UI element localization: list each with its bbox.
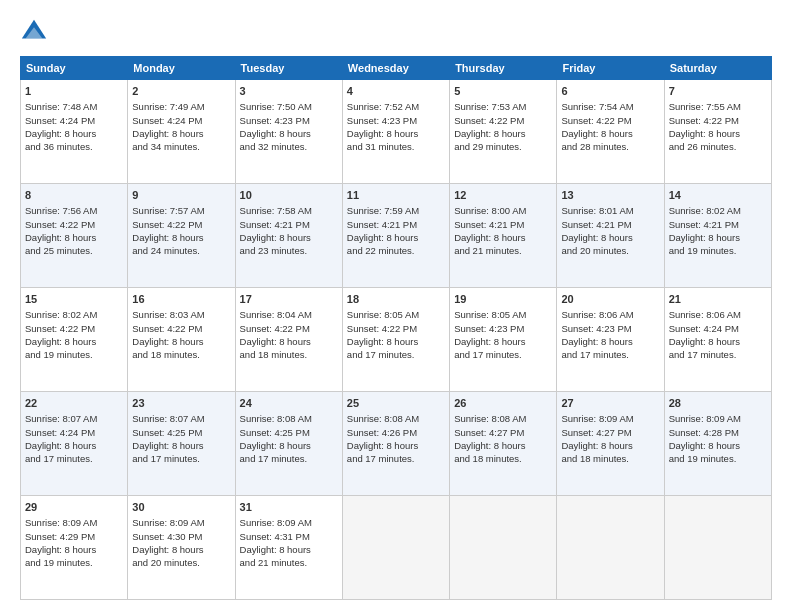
calendar-cell: 6Sunrise: 7:54 AMSunset: 4:22 PMDaylight… (557, 80, 664, 184)
day-number: 4 (347, 84, 445, 99)
day-number: 24 (240, 396, 338, 411)
calendar-week-5: 29Sunrise: 8:09 AMSunset: 4:29 PMDayligh… (21, 496, 772, 600)
day-info-line: and 28 minutes. (561, 140, 659, 153)
calendar-cell: 11Sunrise: 7:59 AMSunset: 4:21 PMDayligh… (342, 184, 449, 288)
day-info-line: Sunset: 4:23 PM (454, 322, 552, 335)
calendar-header-sunday: Sunday (21, 57, 128, 80)
day-info-line: and 32 minutes. (240, 140, 338, 153)
day-info-line: and 17 minutes. (25, 452, 123, 465)
calendar-header-tuesday: Tuesday (235, 57, 342, 80)
day-info-line: Sunrise: 7:50 AM (240, 100, 338, 113)
day-info-line: and 21 minutes. (240, 556, 338, 569)
day-info-line: Sunrise: 8:07 AM (25, 412, 123, 425)
day-info-line: Daylight: 8 hours (240, 231, 338, 244)
calendar-cell: 16Sunrise: 8:03 AMSunset: 4:22 PMDayligh… (128, 288, 235, 392)
day-number: 6 (561, 84, 659, 99)
day-info-line: Daylight: 8 hours (454, 231, 552, 244)
logo (20, 18, 52, 46)
calendar-cell (450, 496, 557, 600)
day-info-line: Sunset: 4:24 PM (25, 114, 123, 127)
calendar-cell: 20Sunrise: 8:06 AMSunset: 4:23 PMDayligh… (557, 288, 664, 392)
day-info-line: Daylight: 8 hours (25, 439, 123, 452)
day-info-line: Daylight: 8 hours (669, 127, 767, 140)
day-number: 13 (561, 188, 659, 203)
day-info-line: Sunrise: 7:56 AM (25, 204, 123, 217)
day-info-line: Daylight: 8 hours (25, 543, 123, 556)
day-info-line: Sunrise: 8:06 AM (669, 308, 767, 321)
day-number: 7 (669, 84, 767, 99)
day-info-line: Sunrise: 8:08 AM (454, 412, 552, 425)
calendar-header-row: SundayMondayTuesdayWednesdayThursdayFrid… (21, 57, 772, 80)
day-info-line: Daylight: 8 hours (561, 231, 659, 244)
day-info-line: Sunset: 4:21 PM (669, 218, 767, 231)
day-info-line: Daylight: 8 hours (669, 335, 767, 348)
calendar-cell: 31Sunrise: 8:09 AMSunset: 4:31 PMDayligh… (235, 496, 342, 600)
day-info-line: and 19 minutes. (25, 556, 123, 569)
day-info-line: Sunset: 4:24 PM (669, 322, 767, 335)
day-info-line: Daylight: 8 hours (25, 335, 123, 348)
day-info-line: Sunrise: 7:53 AM (454, 100, 552, 113)
day-info-line: and 22 minutes. (347, 244, 445, 257)
day-info-line: Sunrise: 8:07 AM (132, 412, 230, 425)
day-info-line: and 18 minutes. (454, 452, 552, 465)
day-info-line: Sunset: 4:27 PM (561, 426, 659, 439)
day-info-line: and 26 minutes. (669, 140, 767, 153)
calendar-cell: 7Sunrise: 7:55 AMSunset: 4:22 PMDaylight… (664, 80, 771, 184)
day-info-line: Sunset: 4:22 PM (240, 322, 338, 335)
day-info-line: Sunset: 4:21 PM (240, 218, 338, 231)
day-number: 20 (561, 292, 659, 307)
calendar-week-1: 1Sunrise: 7:48 AMSunset: 4:24 PMDaylight… (21, 80, 772, 184)
day-info-line: Daylight: 8 hours (669, 439, 767, 452)
day-info-line: and 23 minutes. (240, 244, 338, 257)
day-number: 12 (454, 188, 552, 203)
day-info-line: and 20 minutes. (561, 244, 659, 257)
day-info-line: Sunset: 4:23 PM (347, 114, 445, 127)
day-number: 18 (347, 292, 445, 307)
calendar-cell (342, 496, 449, 600)
day-info-line: Daylight: 8 hours (347, 127, 445, 140)
calendar-cell: 17Sunrise: 8:04 AMSunset: 4:22 PMDayligh… (235, 288, 342, 392)
day-info-line: Daylight: 8 hours (454, 335, 552, 348)
day-info-line: Sunrise: 8:00 AM (454, 204, 552, 217)
day-number: 26 (454, 396, 552, 411)
day-info-line: Sunset: 4:24 PM (132, 114, 230, 127)
day-info-line: Sunrise: 8:04 AM (240, 308, 338, 321)
calendar-cell: 18Sunrise: 8:05 AMSunset: 4:22 PMDayligh… (342, 288, 449, 392)
day-info-line: Sunrise: 8:02 AM (25, 308, 123, 321)
day-info-line: Sunset: 4:30 PM (132, 530, 230, 543)
calendar-header-wednesday: Wednesday (342, 57, 449, 80)
day-info-line: Sunset: 4:24 PM (25, 426, 123, 439)
day-info-line: Sunrise: 7:59 AM (347, 204, 445, 217)
calendar-cell: 24Sunrise: 8:08 AMSunset: 4:25 PMDayligh… (235, 392, 342, 496)
calendar-cell (557, 496, 664, 600)
day-number: 1 (25, 84, 123, 99)
calendar-cell: 3Sunrise: 7:50 AMSunset: 4:23 PMDaylight… (235, 80, 342, 184)
day-info-line: Sunrise: 7:58 AM (240, 204, 338, 217)
day-info-line: Daylight: 8 hours (132, 439, 230, 452)
calendar-cell: 19Sunrise: 8:05 AMSunset: 4:23 PMDayligh… (450, 288, 557, 392)
day-info-line: and 34 minutes. (132, 140, 230, 153)
day-info-line: and 17 minutes. (669, 348, 767, 361)
day-info-line: and 18 minutes. (561, 452, 659, 465)
day-info-line: Daylight: 8 hours (561, 439, 659, 452)
calendar-cell: 8Sunrise: 7:56 AMSunset: 4:22 PMDaylight… (21, 184, 128, 288)
day-number: 8 (25, 188, 123, 203)
day-info-line: Daylight: 8 hours (454, 439, 552, 452)
day-info-line: Sunset: 4:21 PM (347, 218, 445, 231)
day-number: 27 (561, 396, 659, 411)
day-info-line: Sunset: 4:21 PM (454, 218, 552, 231)
day-info-line: Daylight: 8 hours (347, 231, 445, 244)
day-info-line: Sunset: 4:22 PM (561, 114, 659, 127)
calendar-cell (664, 496, 771, 600)
day-info-line: and 17 minutes. (454, 348, 552, 361)
calendar-cell: 13Sunrise: 8:01 AMSunset: 4:21 PMDayligh… (557, 184, 664, 288)
calendar-header-monday: Monday (128, 57, 235, 80)
day-number: 9 (132, 188, 230, 203)
day-info-line: Sunrise: 7:57 AM (132, 204, 230, 217)
page: SundayMondayTuesdayWednesdayThursdayFrid… (0, 0, 792, 612)
day-number: 19 (454, 292, 552, 307)
day-info-line: Sunset: 4:22 PM (132, 322, 230, 335)
logo-icon (20, 18, 48, 46)
day-info-line: Daylight: 8 hours (132, 335, 230, 348)
day-info-line: Sunrise: 8:06 AM (561, 308, 659, 321)
